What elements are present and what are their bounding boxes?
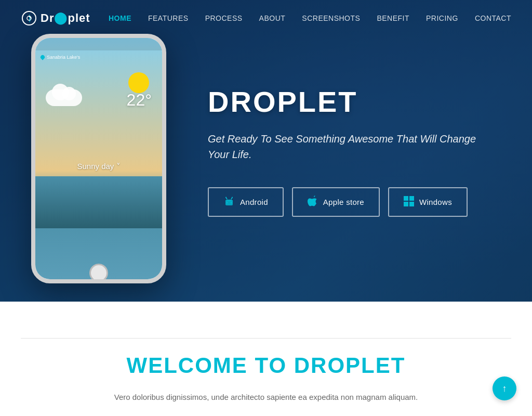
nav-item-about[interactable]: ABOUT [259, 14, 286, 22]
svg-rect-11 [409, 202, 414, 206]
hero-subtitle: Get Ready To See Something Awesome That … [208, 131, 478, 162]
logo-text: Dr⬤plet [41, 11, 90, 25]
hero-text-block: DROPLET Get Ready To See Something Aweso… [208, 85, 501, 217]
svg-point-7 [232, 197, 233, 198]
scroll-up-icon: ↑ [502, 383, 507, 394]
nav-item-screenshots[interactable]: SCREENSHOTS [302, 14, 360, 22]
welcome-body: Vero doloribus dignissimos, unde archite… [110, 391, 422, 404]
phone-location-text: Sanabria Lake's [47, 55, 80, 60]
nav-links: HOME FEATURES PROCESS ABOUT SCREENSHOTS … [109, 14, 511, 23]
logo-icon [21, 10, 37, 27]
nav-item-features[interactable]: FEATURES [148, 14, 189, 22]
nav-item-pricing[interactable]: PRICING [426, 14, 458, 22]
cloud-icon [46, 83, 87, 106]
android-icon [223, 196, 235, 209]
hero-title: DROPLET [208, 85, 501, 119]
hero-buttons: Android Apple store [208, 187, 501, 217]
apple-svg-icon [308, 196, 318, 207]
phone-screen: Sanabria Lake's [35, 38, 162, 279]
nav-item-home[interactable]: HOME [109, 14, 131, 22]
logo[interactable]: Dr⬤plet [21, 10, 90, 27]
welcome-prefix: WELCOME TO [127, 353, 294, 378]
scroll-up-button[interactable]: ↑ [493, 376, 516, 400]
phone-home-button [89, 264, 108, 282]
apple-download-button[interactable]: Apple store [292, 187, 380, 217]
welcome-title: WELCOME TO DROPLET [21, 353, 511, 378]
phone-temperature: 22° [127, 90, 152, 110]
phone-status-bar [35, 38, 162, 50]
windows-download-button[interactable]: Windows [388, 187, 468, 217]
android-svg-icon [223, 196, 235, 207]
phone-outer: Sanabria Lake's [31, 34, 166, 283]
phone-description: Sunny day ˅ [77, 162, 120, 171]
android-download-button[interactable]: Android [208, 187, 284, 217]
phone-mockup: Sanabria Lake's [31, 34, 166, 283]
nav-item-process[interactable]: PROCESS [205, 14, 243, 22]
navbar: Dr⬤plet HOME FEATURES PROCESS ABOUT SCRE… [0, 0, 532, 36]
windows-button-label: Windows [419, 198, 452, 206]
welcome-top-divider [21, 338, 511, 339]
svg-rect-9 [409, 196, 414, 201]
location-pin-icon [39, 54, 45, 60]
welcome-section: WELCOME TO DROPLET Vero doloribus dignis… [0, 302, 532, 416]
svg-point-5 [225, 197, 227, 198]
phone-mockup-container: Sanabria Lake's [31, 34, 177, 283]
hero-section: Sanabria Lake's [0, 0, 532, 302]
svg-rect-8 [404, 196, 408, 201]
sun-icon [128, 72, 149, 93]
hero-content: Sanabria Lake's [0, 18, 532, 283]
phone-horizon [35, 176, 162, 228]
nav-item-contact[interactable]: CONTACT [475, 14, 511, 22]
windows-svg-icon [404, 196, 414, 206]
windows-icon [404, 196, 414, 208]
phone-location: Sanabria Lake's [35, 53, 162, 62]
android-button-label: Android [240, 198, 268, 206]
welcome-brand: DROPLET [294, 353, 406, 378]
apple-button-label: Apple store [323, 198, 364, 206]
svg-rect-10 [404, 202, 408, 206]
nav-item-benefit[interactable]: BENEFIT [377, 14, 409, 22]
apple-icon [308, 196, 318, 209]
